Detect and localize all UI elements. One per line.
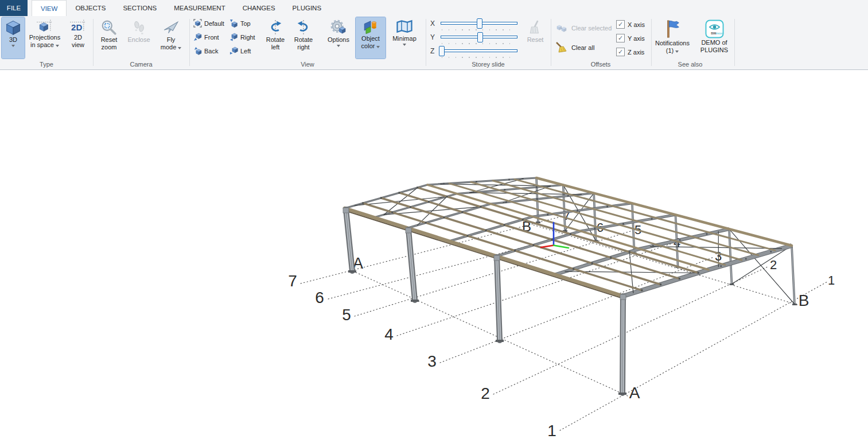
purlin-cleat xyxy=(399,192,400,193)
x-axis-checkbox[interactable]: ✓ xyxy=(616,20,625,29)
view-3d-button[interactable]: 3D xyxy=(2,17,25,59)
view-default-button[interactable]: Default xyxy=(193,19,224,28)
chevron-down-icon xyxy=(11,45,15,47)
fly-mode-label: Flymode xyxy=(161,36,182,51)
purlin-cleat xyxy=(720,265,722,267)
demo-of-plugins-button[interactable]: BIM vision DEMO ofPLUGINS xyxy=(695,17,733,59)
purlin-cleat xyxy=(391,211,393,213)
cube-back-icon xyxy=(193,46,202,55)
purlin-cleat xyxy=(485,230,487,231)
icon-2d: 2D xyxy=(69,20,87,33)
view-back-button[interactable]: Back xyxy=(193,46,218,55)
group-separator xyxy=(426,19,426,66)
rotate-right-icon xyxy=(296,20,311,36)
ridge-beam xyxy=(427,185,709,270)
slider-track[interactable] xyxy=(441,49,517,52)
check-icon: ✓ xyxy=(618,49,623,55)
group-title-view: View xyxy=(273,61,342,68)
purlin-cleat xyxy=(567,195,569,197)
object-color-button[interactable]: Objectcolor xyxy=(356,17,386,59)
tab-objects[interactable]: OBJECTS xyxy=(67,0,114,16)
svg-text:2D: 2D xyxy=(71,22,82,32)
tab-plugins[interactable]: PLUGINS xyxy=(284,0,330,16)
demo-of-plugins-label: DEMO ofPLUGINS xyxy=(700,39,728,54)
purlin-cleat xyxy=(536,199,538,200)
chevron-down-icon xyxy=(675,50,679,53)
purlin-cleat xyxy=(472,192,474,193)
z-axis-checkbox[interactable]: ✓ xyxy=(616,48,625,56)
notifications-button[interactable]: Notifications(1) xyxy=(653,17,692,59)
grid-label: B xyxy=(799,292,809,309)
slider-thumb-y[interactable] xyxy=(477,32,483,42)
group-title-offsets: Offsets xyxy=(566,61,635,68)
grid-label: 7 xyxy=(288,272,297,290)
grid-label: A xyxy=(629,384,640,402)
rotate-left-label: Rotateleft xyxy=(266,36,285,51)
storey-slider-z[interactable] xyxy=(441,46,517,57)
rotate-left-icon xyxy=(268,20,283,36)
minimap-icon xyxy=(396,20,413,34)
options-label: Options xyxy=(328,36,349,44)
group-title-type: Type xyxy=(11,61,81,68)
purlin-cleat xyxy=(660,283,661,285)
chevron-down-icon xyxy=(178,47,181,49)
tab-measurement[interactable]: MEASUREMENT xyxy=(165,0,233,16)
y-axis-label: Y axis xyxy=(628,35,645,42)
tab-file[interactable]: FILE xyxy=(0,0,28,16)
clear-all-button[interactable]: Clear all xyxy=(554,41,594,54)
grid-line xyxy=(493,266,769,394)
reset-zoom-button[interactable]: Resetzoom xyxy=(95,17,123,59)
reset-zoom-label: Resetzoom xyxy=(101,36,118,51)
purlin-cleat xyxy=(679,278,680,279)
column-a-web xyxy=(622,296,623,393)
magnifier-icon xyxy=(101,20,117,36)
broom-yellow-icon xyxy=(554,41,568,54)
viewport-3d[interactable]: 76543217654321AABB xyxy=(0,70,868,439)
base-plate xyxy=(496,340,504,342)
fly-mode-button[interactable]: Flymode xyxy=(155,17,187,59)
cube-front-icon xyxy=(193,33,202,41)
storey-slider-y[interactable] xyxy=(441,32,517,44)
chevron-down-icon xyxy=(403,44,406,46)
purlin-cleat xyxy=(417,187,418,188)
purlin-cleat xyxy=(425,222,427,224)
grid-label: 5 xyxy=(342,306,351,324)
eave-beam-a xyxy=(345,208,623,296)
check-icon: ✓ xyxy=(618,35,623,41)
rotate-right-button[interactable]: Rotateright xyxy=(290,17,317,59)
storey-slider-x[interactable] xyxy=(441,18,517,30)
cube-brackets-icon xyxy=(193,19,202,28)
slider-ticks xyxy=(442,43,516,44)
view-right-button[interactable]: Right xyxy=(229,33,255,41)
rotate-left-button[interactable]: Rotateleft xyxy=(263,17,288,59)
purlin-cleat xyxy=(466,235,468,236)
purlin-cleat xyxy=(532,244,534,246)
options-button[interactable]: Options xyxy=(324,17,353,59)
haunch-plate xyxy=(406,228,411,233)
projections-cube-icon xyxy=(36,20,53,33)
model-scene[interactable]: 76543217654321AABB xyxy=(0,70,868,439)
y-axis-checkbox[interactable]: ✓ xyxy=(616,34,625,42)
grid-line xyxy=(560,282,827,430)
tab-sections[interactable]: SECTIONS xyxy=(114,0,165,16)
slider-thumb-z[interactable] xyxy=(439,46,445,56)
slider-thumb-x[interactable] xyxy=(477,18,482,29)
minimap-button[interactable]: Minimap xyxy=(388,17,421,59)
view-left-button[interactable]: Left xyxy=(229,46,251,55)
view-top-button[interactable]: Top xyxy=(229,19,251,28)
view-2d-button[interactable]: 2D 2Dview xyxy=(64,17,92,59)
tab-view[interactable]: VIEW xyxy=(32,0,67,16)
purlin-cleat xyxy=(504,224,505,226)
svg-text:vision: vision xyxy=(715,32,723,35)
purlin-cleat xyxy=(577,210,578,212)
view-front-button[interactable]: Front xyxy=(193,33,219,41)
tab-changes[interactable]: CHANGES xyxy=(234,0,284,16)
projections-in-space-button[interactable]: Projectionsin space xyxy=(26,17,63,59)
footsteps-icon xyxy=(131,20,147,36)
grid-label: 2 xyxy=(770,258,777,272)
view-3d-label: 3D xyxy=(9,36,17,44)
purlin-cleat xyxy=(536,187,538,188)
ribbon-tab-bar: FILE VIEW OBJECTS SECTIONS MEASUREMENT C… xyxy=(0,0,868,16)
purlin-cleat xyxy=(446,196,448,197)
axis-y xyxy=(554,246,569,248)
